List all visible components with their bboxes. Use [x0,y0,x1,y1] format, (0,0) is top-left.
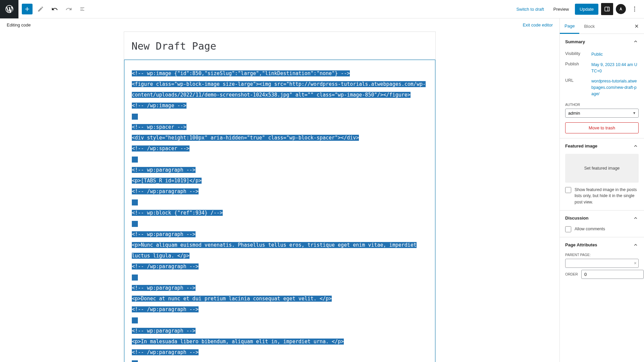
switch-to-draft-button[interactable]: Switch to draft [513,4,547,14]
allow-comments-checkbox[interactable] [565,226,571,232]
parent-page-label: Parent Page: [565,253,639,257]
allow-comments-label: Allow comments [575,226,605,232]
svg-point-3 [634,9,635,10]
parent-page-input[interactable] [565,259,639,268]
plus-icon [24,6,31,12]
editing-mode-label: Editing code [7,22,31,27]
panel-discussion: Discussion Allow comments [560,210,644,237]
set-featured-image-button[interactable]: Set featured image [565,154,639,183]
tab-page[interactable]: Page [560,18,579,34]
featured-hide-row: Show featured image in the posts lists o… [565,187,639,205]
wp-logo-button[interactable] [0,0,18,18]
panel-summary-body: Visibility Public Publish May 9, 2023 10… [565,49,639,133]
editor-header-strip: Editing code Exit code editor [0,18,559,32]
panel-summary: Summary Visibility Public Publish May 9,… [560,34,644,138]
list-icon [79,6,86,12]
author-select-wrap: admin [565,109,639,118]
sidebar-close-button[interactable] [631,20,643,32]
close-icon [634,23,639,29]
panel-attributes-title: Page Attributes [565,242,597,247]
visibility-row: Visibility Public [565,49,639,60]
allow-comments-row: Allow comments [565,226,639,232]
panel-attributes-toggle[interactable]: Page Attributes [565,242,639,248]
author-label: Author [565,103,639,107]
tools-button[interactable] [35,3,47,15]
editor-canvas[interactable]: Editing code Exit code editor <!-- wp:im… [0,18,559,362]
undo-button[interactable] [49,3,61,15]
publish-label: Publish [565,62,591,74]
topbar-left-tools [18,3,89,15]
main-wrap: Editing code Exit code editor <!-- wp:im… [0,18,644,362]
update-button[interactable]: Update [575,4,598,15]
chevron-up-icon [633,143,639,149]
chevron-up-icon [633,215,639,221]
visibility-label: Visibility [565,51,591,58]
panel-discussion-body: Allow comments [565,226,639,232]
order-input[interactable] [581,270,644,279]
sidebar-panel-icon [604,6,610,12]
document-overview-button[interactable] [77,3,89,15]
url-row: URL wordpress-tutorials.atwebpages.com/n… [565,76,639,99]
page-frame: <!-- wp:image {"id":850,"sizeSlug":"larg… [124,32,436,362]
more-options-button[interactable] [629,3,641,15]
code-textarea[interactable]: <!-- wp:image {"id":850,"sizeSlug":"larg… [124,60,435,362]
settings-toggle-button[interactable] [601,3,613,15]
url-value[interactable]: wordpress-tutorials.atwebpages.com/new-d… [591,78,639,97]
page-title-input[interactable] [124,32,435,59]
settings-sidebar: Page Block Summary Visibility Public Pub… [559,18,644,362]
svg-point-4 [634,11,635,12]
add-block-button[interactable] [22,4,33,14]
redo-icon [65,6,72,12]
panel-discussion-title: Discussion [565,216,588,221]
pencil-icon [37,6,44,12]
sidebar-tabs: Page Block [560,18,644,34]
panel-summary-title: Summary [565,39,585,44]
order-label: Order [565,272,578,276]
panel-attributes-body: Parent Page: × Order [565,253,639,279]
featured-hide-checkbox[interactable] [565,187,571,193]
publish-row: Publish May 9, 2023 10:44 am UTC+0 [565,60,639,76]
editor-topbar: Switch to draft Preview Update [0,0,644,18]
wordpress-icon [5,4,14,14]
publish-value[interactable]: May 9, 2023 10:44 am UTC+0 [591,62,639,74]
order-row: Order [565,270,639,279]
parent-page-input-wrap: × [565,259,639,268]
kebab-icon [631,6,638,12]
visibility-value[interactable]: Public [591,51,639,58]
astra-icon [618,6,624,12]
topbar-right-tools: Switch to draft Preview Update [513,3,644,15]
svg-rect-0 [605,7,609,11]
redo-button[interactable] [63,3,75,15]
chevron-up-icon [633,242,639,248]
panel-featured-image: Featured image Set featured image Show f… [560,138,644,210]
svg-point-2 [634,7,635,8]
undo-icon [51,6,58,12]
panel-featured-title: Featured image [565,143,597,148]
panel-featured-body: Set featured image Show featured image i… [565,154,639,205]
plugin-badge-button[interactable] [616,4,626,14]
author-select[interactable]: admin [565,109,639,118]
chevron-up-icon [633,39,639,45]
panel-featured-toggle[interactable]: Featured image [565,143,639,149]
panel-summary-toggle[interactable]: Summary [565,39,639,45]
parent-clear-icon[interactable]: × [634,260,637,266]
featured-hide-label: Show featured image in the posts lists o… [575,187,639,205]
exit-code-editor-link[interactable]: Exit code editor [523,22,553,27]
panel-page-attributes: Page Attributes Parent Page: × Order [560,237,644,284]
url-label: URL [565,78,591,97]
panel-discussion-toggle[interactable]: Discussion [565,215,639,221]
move-to-trash-button[interactable]: Move to trash [565,122,639,133]
tab-block[interactable]: Block [579,19,599,33]
preview-button[interactable]: Preview [550,4,572,14]
